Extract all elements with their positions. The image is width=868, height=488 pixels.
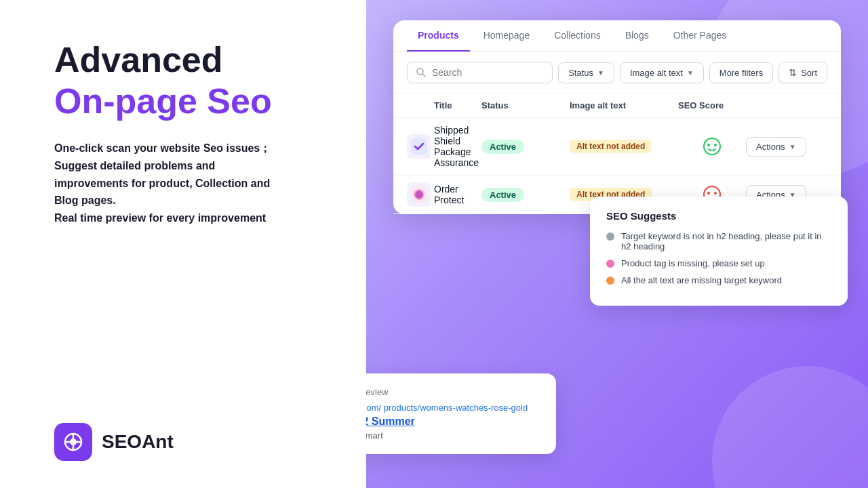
product-thumbnail bbox=[407, 134, 431, 159]
logo-text: SEOAnt bbox=[102, 431, 174, 453]
chevron-down-icon: ▼ bbox=[789, 143, 796, 150]
heading-seo: On-page Seo bbox=[54, 82, 326, 121]
google-preview-title: Women Watch 2022 Summer bbox=[366, 415, 540, 428]
svg-point-11 bbox=[714, 144, 717, 146]
deco-circle-2 bbox=[712, 366, 868, 488]
actions-cell: Actions ▼ bbox=[746, 137, 827, 157]
tab-other-pages[interactable]: Other Pages bbox=[663, 20, 738, 52]
chevron-down-icon: ▼ bbox=[597, 69, 604, 77]
svg-line-7 bbox=[422, 74, 425, 77]
search-box[interactable] bbox=[407, 62, 553, 83]
left-panel: Advanced On-page Seo One-click scan your… bbox=[0, 0, 366, 488]
heading-advanced: Advanced bbox=[54, 41, 326, 79]
table-header: Title Status Image alt text SEO Score bbox=[393, 94, 841, 118]
google-preview-url: https://utoper.myshopify.com/ products/w… bbox=[366, 403, 540, 413]
tab-collections[interactable]: Collections bbox=[543, 20, 611, 52]
google-preview-label: Google search engilne preview bbox=[366, 387, 540, 397]
seo-popup-title: SEO Suggests bbox=[606, 210, 831, 222]
product-title: Shipped Shield Package Assurance bbox=[434, 125, 481, 168]
more-filters-button[interactable]: More filters bbox=[709, 62, 773, 83]
chevron-down-icon: ▼ bbox=[687, 69, 694, 77]
status-badge-active: Active bbox=[481, 188, 524, 202]
product-alt-text: Alt text not added bbox=[570, 140, 678, 153]
logo-area: SEOAnt bbox=[54, 423, 326, 461]
google-preview-card: Google search engilne preview https://ut… bbox=[366, 373, 556, 454]
product-status: Active bbox=[481, 188, 570, 202]
suggest-dot-orange bbox=[606, 277, 614, 285]
seo-suggest-item: Product tag is missing, please set up bbox=[606, 258, 831, 268]
search-icon bbox=[416, 67, 427, 78]
alt-text-badge: Alt text not added bbox=[570, 140, 652, 153]
sort-button[interactable]: ⇅ Sort bbox=[778, 62, 827, 83]
svg-point-9 bbox=[704, 138, 720, 155]
col-title: Title bbox=[434, 100, 481, 110]
col-seo-score: SEO Score bbox=[678, 100, 746, 110]
col-actions bbox=[746, 100, 827, 110]
col-status: Status bbox=[481, 100, 570, 110]
product-status: Active bbox=[481, 140, 570, 154]
table-row: Shipped Shield Package Assurance Active … bbox=[393, 118, 841, 176]
seo-score bbox=[678, 136, 746, 157]
sort-icon: ⇅ bbox=[789, 67, 797, 78]
tab-blogs[interactable]: Blogs bbox=[614, 20, 660, 52]
seo-suggests-popup: SEO Suggests Target keyword is not in h2… bbox=[590, 197, 848, 306]
image-alt-filter-button[interactable]: Image alt text ▼ bbox=[620, 62, 704, 83]
tab-bar: Products Homepage Collections Blogs Othe… bbox=[393, 20, 841, 52]
tab-products[interactable]: Products bbox=[407, 20, 470, 52]
seo-suggest-item: All the alt text are missing target keyw… bbox=[606, 275, 831, 285]
left-content: Advanced On-page Seo One-click scan your… bbox=[54, 41, 326, 226]
seoant-logo-icon bbox=[54, 423, 92, 461]
main-card: Products Homepage Collections Blogs Othe… bbox=[393, 20, 841, 214]
suggest-dot-gray bbox=[606, 232, 614, 241]
description: One-click scan your website Seo issues； … bbox=[54, 140, 326, 226]
google-preview-description: Rose Gold! Waterproof Smart bbox=[366, 430, 540, 441]
svg-rect-8 bbox=[411, 138, 427, 155]
right-panel: Products Homepage Collections Blogs Othe… bbox=[366, 0, 868, 488]
svg-point-10 bbox=[707, 144, 710, 146]
svg-point-15 bbox=[707, 192, 710, 195]
actions-button[interactable]: Actions ▼ bbox=[746, 137, 806, 157]
search-input[interactable] bbox=[432, 67, 544, 78]
suggest-dot-pink bbox=[606, 260, 614, 268]
product-title: Order Protect bbox=[434, 184, 481, 205]
seo-suggest-item: Target keyword is not in h2 heading, ple… bbox=[606, 231, 831, 251]
svg-point-1 bbox=[70, 439, 77, 445]
status-badge-active: Active bbox=[481, 140, 524, 154]
tab-homepage[interactable]: Homepage bbox=[473, 20, 541, 52]
col-thumb bbox=[407, 100, 434, 110]
col-image-alt: Image alt text bbox=[570, 100, 678, 110]
toolbar: Status ▼ Image alt text ▼ More filters ⇅… bbox=[393, 52, 841, 94]
product-thumbnail bbox=[407, 182, 431, 207]
status-filter-button[interactable]: Status ▼ bbox=[558, 62, 614, 83]
svg-point-16 bbox=[714, 192, 717, 195]
